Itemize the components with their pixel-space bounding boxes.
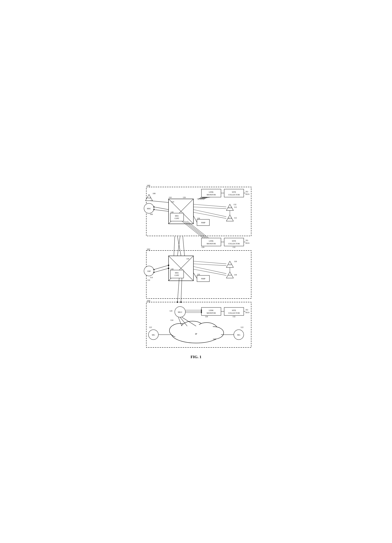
to-dgs-3-label1: TO xyxy=(246,309,248,311)
dot-mgc-lm3b xyxy=(201,311,202,312)
mg-left-label: MG xyxy=(152,334,155,336)
site-collector-3-box xyxy=(224,307,244,316)
hlr2-label: HLR xyxy=(228,217,232,219)
link-monitor-2-label1: LINK xyxy=(209,240,213,242)
label-122b: 122 xyxy=(241,326,243,328)
dot-msc-stp1b xyxy=(153,209,155,210)
label-122a: 122 xyxy=(149,326,152,328)
site-collector-3-label2: COLLECTOR xyxy=(228,312,240,314)
ssp-label: SSP xyxy=(147,270,150,272)
label-100: 100 xyxy=(147,184,150,187)
label-110b: 110 xyxy=(169,196,172,198)
msu-copy-1-label1: MSU xyxy=(175,215,179,217)
label-116a: 116 xyxy=(147,279,150,281)
label-120: 120 xyxy=(169,310,172,312)
ip-label: IP xyxy=(195,333,197,335)
to-dgs-1-label2: DGS xyxy=(246,193,249,195)
stp1-hlr1-line2 xyxy=(193,207,226,209)
msc-stp1-line xyxy=(154,207,169,209)
site-collector-2-label2: COLLECTOR xyxy=(228,243,240,245)
dot-msc-stp1 xyxy=(153,206,155,207)
label-112b: 112 xyxy=(234,217,237,219)
stp2-scp1-line1 xyxy=(193,261,226,264)
link-monitor-1-label2: MONITOR xyxy=(207,194,216,196)
label-126a: 126 xyxy=(183,196,186,198)
msu-copy-2-box xyxy=(170,270,184,278)
site-collector-2-box xyxy=(224,238,244,246)
label-130b: 130 xyxy=(197,273,200,275)
label-116b: 116 xyxy=(186,258,189,260)
diagram-container: 100 LINK MONITOR SITE COLLECTOR TO DGS V… xyxy=(136,184,257,353)
label-108: 108 xyxy=(153,192,155,194)
nmp-2-label: NMP xyxy=(201,277,205,280)
site-collector-1-box xyxy=(224,189,244,197)
to-dgs-3-label2: DGS xyxy=(246,311,249,313)
site-collector-2-label1: SITE xyxy=(232,240,236,242)
dot-ssp-stp2b xyxy=(153,272,155,273)
to-dgs-2-label1: TO xyxy=(246,239,248,241)
site-collector-3-label1: SITE xyxy=(232,309,236,311)
site-collector-1-label1: SITE xyxy=(232,191,236,193)
label-118a: 118 xyxy=(234,260,237,262)
nmp-1-label: NMP xyxy=(201,221,205,224)
dot-mgc-lm3c xyxy=(201,312,202,313)
label-112a: 112 xyxy=(234,206,237,208)
mg-right-label: MG xyxy=(237,334,240,336)
ip-cloud: IP xyxy=(169,321,224,343)
label-132b: 132 xyxy=(232,246,235,248)
label-126c: 126 xyxy=(205,316,208,317)
label-104: 104 xyxy=(147,300,150,302)
label-102: 102 xyxy=(147,248,150,250)
msu-copy-1-label2: COPY xyxy=(174,217,179,219)
label-118b: 118 xyxy=(234,274,237,276)
to-dgs-1-label1: TO xyxy=(246,191,248,193)
link-monitor-3-label2: MONITOR xyxy=(207,312,216,314)
mgc-label: MGC xyxy=(178,311,182,313)
page: 100 LINK MONITOR SITE COLLECTOR TO DGS V… xyxy=(132,180,260,363)
stp1-nmp1-line xyxy=(193,216,197,222)
to-dgs-2-label2: DGS xyxy=(246,242,249,244)
label-132a: 132 xyxy=(233,203,237,205)
msu-copy-1-box xyxy=(170,213,184,221)
label-114: 114 xyxy=(150,276,153,278)
link-monitor-1-box xyxy=(201,189,221,197)
vlr-stp1-line xyxy=(150,201,169,203)
stp2-scp1-line2 xyxy=(193,264,226,266)
link-monitor-3-label1: LINK xyxy=(209,309,213,311)
cross4-line xyxy=(183,236,185,256)
msu-copy-2-label1: MSU xyxy=(175,272,179,274)
dot-mgc-lm3 xyxy=(201,310,202,311)
msu-copy-2-label2: COPY xyxy=(174,274,179,276)
figure-label: FIG. 1 xyxy=(136,355,257,359)
scp2-label: SCP xyxy=(228,274,232,276)
msc-stp1-line2 xyxy=(154,209,169,211)
label-128b: 128 xyxy=(171,268,173,270)
label-124: 124 xyxy=(170,319,173,321)
site-collector-1-label2: COLLECTOR xyxy=(228,194,240,196)
label-132c: 132 xyxy=(232,316,235,317)
label-110a: 110 xyxy=(171,201,174,203)
link-monitor-1-label1: LINK xyxy=(209,191,213,193)
msc-label: MSC xyxy=(147,207,151,209)
stp1-hlr1-line xyxy=(193,204,226,207)
dot-ssp-stp2 xyxy=(153,269,155,270)
scp1-label: SCP xyxy=(228,264,232,266)
vlr-label: VLR xyxy=(147,197,151,199)
link-monitor-2-box xyxy=(201,238,221,246)
link-monitor-3-box xyxy=(201,307,221,316)
svg-point-10 xyxy=(206,328,222,338)
stp2-nmp2-line xyxy=(193,273,197,278)
label-128a: 128 xyxy=(171,211,173,213)
link-monitor-2-label2: MONITOR xyxy=(207,243,216,245)
hlr1-label: HLR xyxy=(228,207,232,209)
cross1-line xyxy=(174,236,175,256)
label-126b: 126 xyxy=(201,246,204,248)
label-130a: 130 xyxy=(197,217,200,219)
label-106: 106 xyxy=(150,213,153,215)
diagram-svg: 100 LINK MONITOR SITE COLLECTOR TO DGS V… xyxy=(136,184,257,353)
